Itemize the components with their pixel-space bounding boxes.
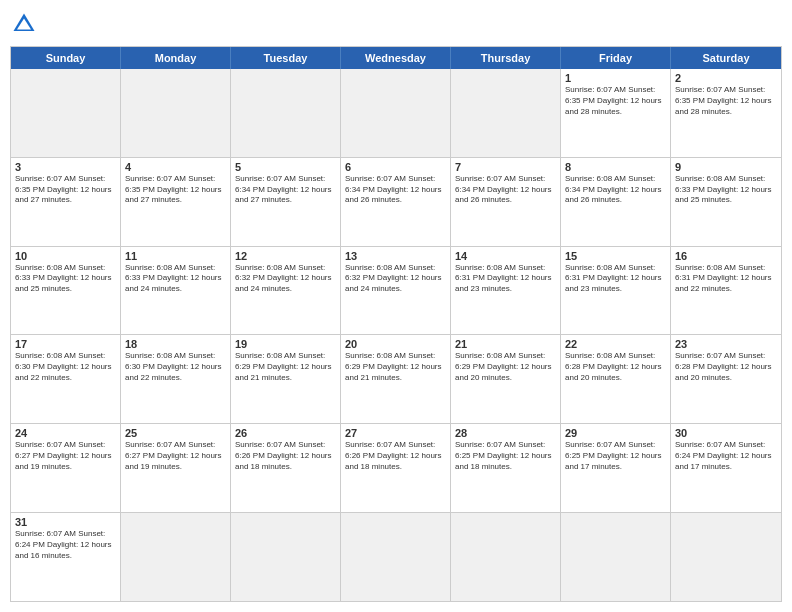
day-number: 21 [455, 338, 556, 350]
cell-info: Sunrise: 6:07 AM Sunset: 6:24 PM Dayligh… [15, 529, 116, 561]
day-number: 29 [565, 427, 666, 439]
cell-info: Sunrise: 6:07 AM Sunset: 6:35 PM Dayligh… [565, 85, 666, 117]
calendar-row: 3Sunrise: 6:07 AM Sunset: 6:35 PM Daylig… [11, 158, 781, 247]
day-number: 18 [125, 338, 226, 350]
page: SundayMondayTuesdayWednesdayThursdayFrid… [0, 0, 792, 612]
day-number: 5 [235, 161, 336, 173]
calendar-body: 1Sunrise: 6:07 AM Sunset: 6:35 PM Daylig… [11, 69, 781, 601]
day-header-tuesday: Tuesday [231, 47, 341, 69]
day-number: 25 [125, 427, 226, 439]
calendar-cell: 8Sunrise: 6:08 AM Sunset: 6:34 PM Daylig… [561, 158, 671, 246]
calendar-cell: 16Sunrise: 6:08 AM Sunset: 6:31 PM Dayli… [671, 247, 781, 335]
cell-info: Sunrise: 6:07 AM Sunset: 6:35 PM Dayligh… [15, 174, 116, 206]
calendar-cell: 12Sunrise: 6:08 AM Sunset: 6:32 PM Dayli… [231, 247, 341, 335]
calendar-cell: 19Sunrise: 6:08 AM Sunset: 6:29 PM Dayli… [231, 335, 341, 423]
calendar-cell [121, 69, 231, 157]
cell-info: Sunrise: 6:07 AM Sunset: 6:24 PM Dayligh… [675, 440, 777, 472]
calendar-cell: 7Sunrise: 6:07 AM Sunset: 6:34 PM Daylig… [451, 158, 561, 246]
cell-info: Sunrise: 6:08 AM Sunset: 6:30 PM Dayligh… [15, 351, 116, 383]
calendar-cell [231, 69, 341, 157]
calendar-header: SundayMondayTuesdayWednesdayThursdayFrid… [11, 47, 781, 69]
day-number: 1 [565, 72, 666, 84]
cell-info: Sunrise: 6:07 AM Sunset: 6:25 PM Dayligh… [455, 440, 556, 472]
calendar-row: 31Sunrise: 6:07 AM Sunset: 6:24 PM Dayli… [11, 513, 781, 601]
calendar-cell: 30Sunrise: 6:07 AM Sunset: 6:24 PM Dayli… [671, 424, 781, 512]
cell-info: Sunrise: 6:07 AM Sunset: 6:25 PM Dayligh… [565, 440, 666, 472]
calendar-cell: 18Sunrise: 6:08 AM Sunset: 6:30 PM Dayli… [121, 335, 231, 423]
calendar-cell: 26Sunrise: 6:07 AM Sunset: 6:26 PM Dayli… [231, 424, 341, 512]
cell-info: Sunrise: 6:08 AM Sunset: 6:31 PM Dayligh… [565, 263, 666, 295]
day-number: 31 [15, 516, 116, 528]
calendar-cell: 29Sunrise: 6:07 AM Sunset: 6:25 PM Dayli… [561, 424, 671, 512]
calendar-cell [121, 513, 231, 601]
header [10, 10, 782, 38]
cell-info: Sunrise: 6:07 AM Sunset: 6:34 PM Dayligh… [235, 174, 336, 206]
cell-info: Sunrise: 6:08 AM Sunset: 6:34 PM Dayligh… [565, 174, 666, 206]
calendar-cell: 14Sunrise: 6:08 AM Sunset: 6:31 PM Dayli… [451, 247, 561, 335]
calendar-cell: 15Sunrise: 6:08 AM Sunset: 6:31 PM Dayli… [561, 247, 671, 335]
day-number: 12 [235, 250, 336, 262]
logo [10, 10, 42, 38]
calendar-cell: 23Sunrise: 6:07 AM Sunset: 6:28 PM Dayli… [671, 335, 781, 423]
cell-info: Sunrise: 6:08 AM Sunset: 6:33 PM Dayligh… [125, 263, 226, 295]
calendar-cell: 13Sunrise: 6:08 AM Sunset: 6:32 PM Dayli… [341, 247, 451, 335]
calendar-cell: 11Sunrise: 6:08 AM Sunset: 6:33 PM Dayli… [121, 247, 231, 335]
cell-info: Sunrise: 6:07 AM Sunset: 6:35 PM Dayligh… [675, 85, 777, 117]
day-number: 22 [565, 338, 666, 350]
calendar-cell: 24Sunrise: 6:07 AM Sunset: 6:27 PM Dayli… [11, 424, 121, 512]
day-header-thursday: Thursday [451, 47, 561, 69]
calendar-cell [231, 513, 341, 601]
day-number: 11 [125, 250, 226, 262]
calendar-cell: 9Sunrise: 6:08 AM Sunset: 6:33 PM Daylig… [671, 158, 781, 246]
cell-info: Sunrise: 6:08 AM Sunset: 6:32 PM Dayligh… [235, 263, 336, 295]
cell-info: Sunrise: 6:08 AM Sunset: 6:29 PM Dayligh… [455, 351, 556, 383]
cell-info: Sunrise: 6:07 AM Sunset: 6:34 PM Dayligh… [455, 174, 556, 206]
cell-info: Sunrise: 6:08 AM Sunset: 6:29 PM Dayligh… [345, 351, 446, 383]
day-number: 13 [345, 250, 446, 262]
day-header-saturday: Saturday [671, 47, 781, 69]
day-number: 27 [345, 427, 446, 439]
day-header-monday: Monday [121, 47, 231, 69]
calendar-cell [341, 69, 451, 157]
day-number: 6 [345, 161, 446, 173]
calendar-cell: 27Sunrise: 6:07 AM Sunset: 6:26 PM Dayli… [341, 424, 451, 512]
calendar-cell: 17Sunrise: 6:08 AM Sunset: 6:30 PM Dayli… [11, 335, 121, 423]
cell-info: Sunrise: 6:08 AM Sunset: 6:31 PM Dayligh… [455, 263, 556, 295]
calendar-cell: 3Sunrise: 6:07 AM Sunset: 6:35 PM Daylig… [11, 158, 121, 246]
calendar-cell: 21Sunrise: 6:08 AM Sunset: 6:29 PM Dayli… [451, 335, 561, 423]
cell-info: Sunrise: 6:08 AM Sunset: 6:33 PM Dayligh… [675, 174, 777, 206]
day-number: 3 [15, 161, 116, 173]
day-number: 20 [345, 338, 446, 350]
day-number: 24 [15, 427, 116, 439]
day-number: 23 [675, 338, 777, 350]
day-number: 19 [235, 338, 336, 350]
cell-info: Sunrise: 6:07 AM Sunset: 6:28 PM Dayligh… [675, 351, 777, 383]
calendar-cell: 4Sunrise: 6:07 AM Sunset: 6:35 PM Daylig… [121, 158, 231, 246]
day-number: 14 [455, 250, 556, 262]
cell-info: Sunrise: 6:08 AM Sunset: 6:29 PM Dayligh… [235, 351, 336, 383]
cell-info: Sunrise: 6:08 AM Sunset: 6:30 PM Dayligh… [125, 351, 226, 383]
day-header-friday: Friday [561, 47, 671, 69]
calendar-cell: 1Sunrise: 6:07 AM Sunset: 6:35 PM Daylig… [561, 69, 671, 157]
calendar: SundayMondayTuesdayWednesdayThursdayFrid… [10, 46, 782, 602]
calendar-row: 17Sunrise: 6:08 AM Sunset: 6:30 PM Dayli… [11, 335, 781, 424]
logo-icon [10, 10, 38, 38]
calendar-cell [11, 69, 121, 157]
day-number: 28 [455, 427, 556, 439]
day-number: 2 [675, 72, 777, 84]
day-number: 16 [675, 250, 777, 262]
calendar-cell: 5Sunrise: 6:07 AM Sunset: 6:34 PM Daylig… [231, 158, 341, 246]
calendar-cell: 10Sunrise: 6:08 AM Sunset: 6:33 PM Dayli… [11, 247, 121, 335]
calendar-cell: 28Sunrise: 6:07 AM Sunset: 6:25 PM Dayli… [451, 424, 561, 512]
cell-info: Sunrise: 6:08 AM Sunset: 6:32 PM Dayligh… [345, 263, 446, 295]
calendar-row: 24Sunrise: 6:07 AM Sunset: 6:27 PM Dayli… [11, 424, 781, 513]
day-number: 15 [565, 250, 666, 262]
calendar-cell: 20Sunrise: 6:08 AM Sunset: 6:29 PM Dayli… [341, 335, 451, 423]
cell-info: Sunrise: 6:07 AM Sunset: 6:26 PM Dayligh… [345, 440, 446, 472]
day-number: 26 [235, 427, 336, 439]
cell-info: Sunrise: 6:07 AM Sunset: 6:26 PM Dayligh… [235, 440, 336, 472]
day-number: 7 [455, 161, 556, 173]
day-header-wednesday: Wednesday [341, 47, 451, 69]
calendar-cell: 2Sunrise: 6:07 AM Sunset: 6:35 PM Daylig… [671, 69, 781, 157]
cell-info: Sunrise: 6:08 AM Sunset: 6:33 PM Dayligh… [15, 263, 116, 295]
